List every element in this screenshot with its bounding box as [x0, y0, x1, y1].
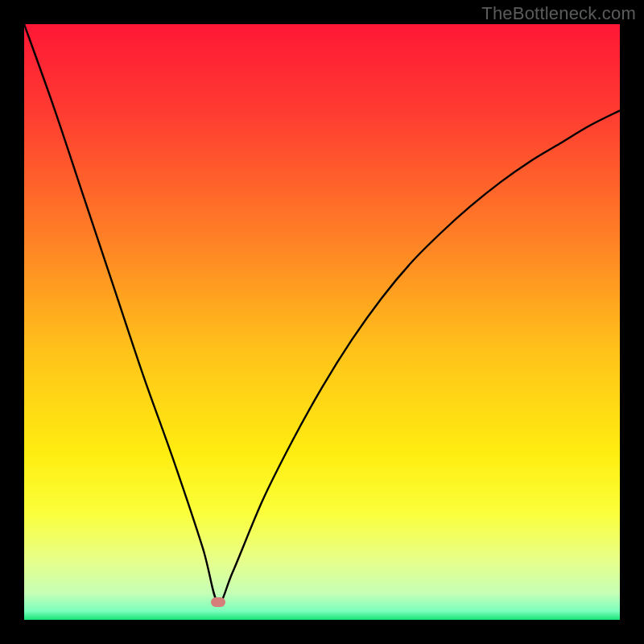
plot-svg — [24, 24, 620, 620]
plot-area — [24, 24, 620, 620]
gradient-background — [24, 24, 620, 620]
optimum-marker — [211, 597, 225, 607]
watermark-text: TheBottleneck.com — [481, 3, 636, 24]
chart-frame: TheBottleneck.com — [0, 0, 644, 644]
